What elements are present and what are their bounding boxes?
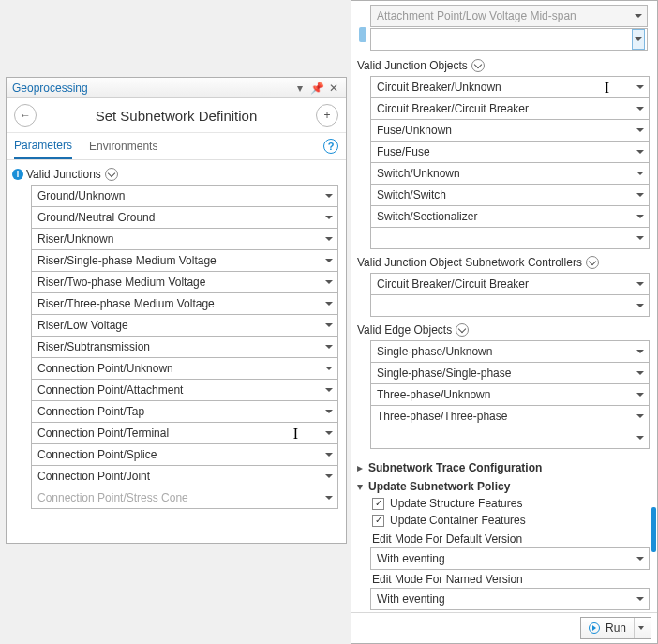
chevron-down-icon[interactable] [634,206,647,227]
edit-default-combo[interactable]: With eventing [370,547,650,570]
update-container-row[interactable]: Update Container Features [357,512,651,529]
chevron-down-icon[interactable] [456,323,469,337]
chevron-down-icon[interactable] [632,6,645,26]
combo-item[interactable]: Three-phase/Unknown [370,383,650,406]
tab-environments[interactable]: Environments [89,134,157,158]
edit-named-combo[interactable]: With eventing [370,588,650,610]
chevron-down-icon[interactable] [322,315,336,336]
chevron-down-icon[interactable] [322,293,336,314]
combo-item[interactable]: Switch/Unknown [370,162,650,185]
chevron-down-icon[interactable] [322,250,336,271]
chevron-down-icon[interactable] [634,406,647,427]
chevron-down-icon[interactable] [322,423,336,443]
chevron-down-icon[interactable] [634,77,647,97]
chevron-down-icon[interactable] [322,207,336,228]
update-structure-row[interactable]: Update Structure Features [357,495,651,512]
vjosc-list: Circuit Breaker/Circuit Breaker [370,273,650,317]
tab-parameters[interactable]: Parameters [14,133,72,159]
combo-value: Switch/Sectionalizer [377,210,634,223]
chevron-down-icon[interactable] [634,120,647,141]
chevron-down-icon[interactable] [322,487,336,508]
slider-handle[interactable] [359,27,366,42]
chevron-down-icon[interactable] [634,384,647,405]
combo-item[interactable]: Riser/Unknown [31,228,338,250]
combo-item[interactable]: Riser/Subtransmission [31,336,338,358]
chevron-down-icon[interactable] [634,142,647,162]
combo-value: Three-phase/Unknown [377,388,634,401]
combo-item[interactable]: Switch/Sectionalizer [370,205,650,228]
combo-item[interactable] [370,294,650,317]
chevron-down-icon[interactable] [634,341,647,362]
combo-item[interactable]: Single-phase/Unknown [370,340,650,363]
combo-value: Circuit Breaker/Circuit Breaker [377,277,634,291]
chevron-down-icon[interactable] [471,59,485,72]
chevron-down-icon[interactable] [634,274,647,294]
attachment-point-combo[interactable]: Attachment Point/Low Voltage Mid-span [370,5,648,27]
combo-item[interactable]: Ground/Unknown [31,185,338,207]
combo-item[interactable]: Ground/Neutral Ground [31,206,338,229]
chevron-down-icon[interactable] [322,466,336,487]
checkbox-checked-icon[interactable] [372,515,384,527]
close-icon[interactable]: ✕ [327,82,340,95]
chevron-down-icon[interactable] [634,548,647,569]
help-icon[interactable]: ? [323,139,338,154]
combo-item[interactable]: Connection Point/Splice [31,443,338,466]
vjo-label: Valid Junction Objects [357,59,468,72]
chevron-down-icon[interactable] [322,401,336,422]
chevron-down-icon[interactable] [634,163,647,184]
combo-item[interactable]: Switch/Switch [370,184,650,206]
back-button[interactable]: ← [14,104,37,127]
add-button[interactable]: + [316,104,338,127]
trace-config-group[interactable]: Subnetwork Trace Configuration [357,457,651,476]
combo-item[interactable] [370,427,650,449]
combo-item[interactable]: Riser/Three-phase Medium Voltage [31,292,338,315]
combo-item[interactable]: Single-phase/Single-phase [370,362,650,384]
combo-item[interactable]: Connection Point/Stress Cone [31,487,338,509]
combo-item[interactable]: Circuit Breaker/Circuit Breaker [370,273,650,295]
combo-item[interactable]: Connection Point/Joint [31,465,338,487]
combo-value: With eventing [377,592,634,606]
dropdown-icon[interactable]: ▾ [293,82,307,95]
combo-item[interactable]: Circuit Breaker/Circuit Breaker [370,97,650,120]
chevron-down-icon[interactable] [322,272,336,292]
empty-combo[interactable] [370,28,648,51]
combo-item[interactable]: Riser/Single-phase Medium Voltage [31,249,338,272]
chevron-down-icon[interactable] [322,337,336,357]
checkbox-checked-icon[interactable] [372,498,384,510]
combo-item[interactable]: Connection Point/Tap [31,400,338,423]
pin-icon[interactable]: 📌 [310,82,323,95]
combo-item[interactable]: Circuit Breaker/UnknownI [370,76,650,98]
combo-item[interactable]: Fuse/Unknown [370,119,650,142]
info-icon: i [12,169,23,180]
chevron-down-icon[interactable] [632,29,645,50]
panel-title: Geoprocessing [12,82,88,95]
combo-item[interactable]: Fuse/Fuse [370,141,650,163]
chevron-down-icon[interactable] [105,168,118,181]
chevron-down-icon[interactable] [322,229,336,249]
combo-item[interactable]: Connection Point/Unknown [31,357,338,380]
chevron-down-icon[interactable] [634,363,647,383]
chevron-down-icon[interactable] [634,295,647,316]
chevron-down-icon[interactable] [634,228,647,248]
chevron-down-icon[interactable] [634,427,647,448]
run-split-icon[interactable] [634,618,647,638]
combo-item[interactable] [370,227,650,249]
update-policy-group[interactable]: Update Subnetwork Policy [357,476,651,495]
combo-item[interactable]: Riser/Low Voltage [31,314,338,337]
combo-item[interactable]: Connection Point/Attachment [31,379,338,401]
combo-item[interactable]: Three-phase/Three-phase [370,405,650,427]
edit-named-label: Edit Mode For Named Version [357,569,651,588]
chevron-down-icon[interactable] [634,589,647,609]
combo-item[interactable]: Riser/Two-phase Medium Voltage [31,271,338,293]
chevron-down-icon[interactable] [322,186,336,206]
combo-item[interactable]: Connection Point/TerminalI [31,422,338,444]
chevron-down-icon[interactable] [322,380,336,400]
chevron-down-icon[interactable] [322,358,336,379]
chevron-down-icon[interactable] [634,98,647,119]
scrollbar-thumb[interactable] [651,507,656,552]
chevron-down-icon[interactable] [586,256,599,269]
run-button[interactable]: Run [580,617,651,639]
chevron-down-icon[interactable] [634,185,647,205]
combo-value: Single-phase/Single-phase [377,367,634,380]
chevron-down-icon[interactable] [322,444,336,465]
